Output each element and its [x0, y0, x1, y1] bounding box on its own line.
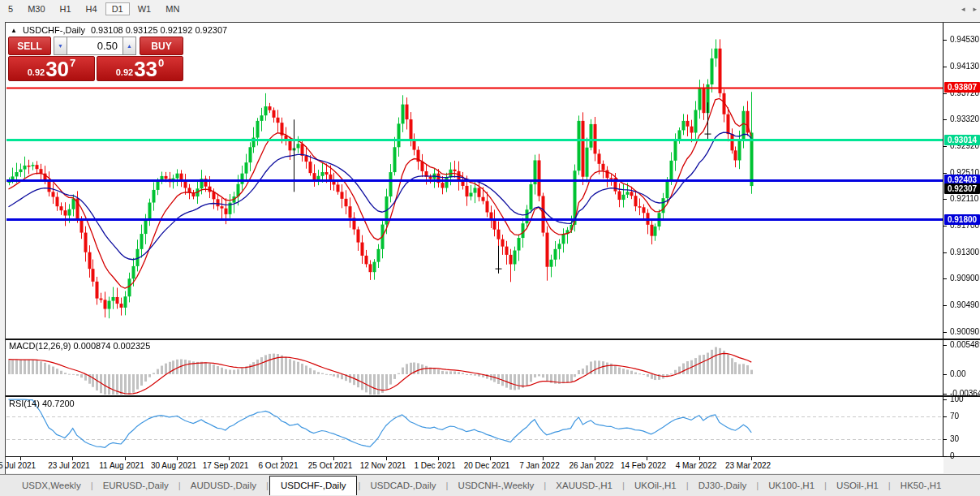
price-line-badge: 0.93807 — [944, 82, 980, 93]
timeframe-button-5[interactable]: 5 — [2, 2, 19, 15]
buy-price-small: 0.92 — [116, 67, 133, 77]
y-axis-tick-label: 0.94530 — [950, 35, 979, 44]
y-axis-tick-label: 0.90490 — [950, 300, 979, 309]
rsi-tick-label: 100 — [950, 395, 964, 403]
chart-tab-usdx-weekly[interactable]: USDX,Weekly — [13, 477, 90, 494]
x-axis-date-label: 17 Sep 2021 — [197, 461, 254, 470]
x-axis-tick-mark — [438, 457, 439, 460]
tab-separator: | — [91, 481, 93, 490]
y-axis-tick-label: 0.94130 — [950, 62, 979, 71]
y-axis-tick-mark — [943, 305, 947, 306]
volume-input[interactable] — [67, 37, 122, 55]
y-axis-tick-mark — [943, 226, 947, 226]
timeframe-button-H4[interactable]: H4 — [80, 2, 104, 15]
macd-tick-label: 0.005489 — [950, 340, 980, 349]
macd-tick-label: 0.00 — [950, 369, 965, 378]
rsi-tick-label: 70 — [950, 412, 959, 421]
price-chart-canvas[interactable] — [6, 24, 943, 456]
x-axis-tick-mark — [595, 457, 595, 460]
chart-tab-dj30-daily[interactable]: DJ30-,Daily — [690, 477, 755, 494]
buy-button[interactable]: BUY — [140, 37, 183, 55]
x-axis-date-label: 5 Jul 2021 — [0, 461, 45, 470]
x-axis-date-label: 7 Jan 2022 — [511, 461, 568, 470]
x-axis-tick-mark — [72, 457, 73, 460]
chart-tab-eurusd-daily[interactable]: EURUSD-,Daily — [94, 477, 178, 494]
x-axis-tick-mark — [282, 457, 282, 460]
macd-separator[interactable] — [6, 339, 980, 340]
rsi-label: RSI(14) 40.7200 — [9, 399, 75, 408]
tab-separator: | — [756, 481, 759, 490]
x-axis-tick-mark — [20, 457, 21, 460]
sell-button[interactable]: SELL — [8, 37, 51, 55]
x-axis-date-label: 14 Feb 2022 — [615, 461, 672, 470]
buy-price-box[interactable]: 0.92 33 0 — [97, 56, 183, 81]
rsi-separator[interactable] — [6, 395, 980, 397]
x-axis-date-label: 4 Mar 2022 — [668, 461, 724, 470]
x-axis-date-label: 6 Oct 2021 — [250, 461, 307, 470]
collapse-icon[interactable]: ▲ — [11, 27, 17, 34]
rsi-tick-mark — [943, 399, 947, 400]
tab-scrollbar: ◂ ▸ — [961, 5, 977, 13]
y-axis-tick-mark — [943, 93, 947, 94]
tab-separator: | — [266, 481, 269, 490]
x-axis-tick-mark — [699, 457, 700, 460]
x-axis-date-label: 25 Oct 2021 — [302, 461, 359, 470]
tab-scroll-right-icon[interactable]: ▸ — [973, 5, 977, 13]
y-axis-tick-mark — [943, 40, 947, 41]
timeframe-button-MN[interactable]: MN — [159, 2, 186, 15]
y-axis-tick-mark — [943, 173, 947, 174]
x-axis-tick-mark — [647, 457, 647, 460]
chart-tab-usdcnh-weekly[interactable]: USDCNH-,Weekly — [449, 477, 544, 494]
price-line-badge: 0.91800 — [944, 214, 980, 225]
chart-tab-hk50-h1[interactable]: HK50-,H1 — [892, 477, 951, 494]
tab-separator: | — [888, 481, 891, 490]
x-axis-date-label: 23 Mar 2022 — [720, 461, 776, 470]
y-axis-tick-label: 0.91300 — [950, 248, 979, 257]
x-axis-date-label: 11 Aug 2021 — [93, 461, 150, 470]
sell-price-sup: 7 — [70, 58, 75, 68]
y-axis-tick-mark — [943, 252, 947, 253]
tab-scroll-left-icon[interactable]: ◂ — [961, 5, 965, 13]
chart-tab-audusd-daily[interactable]: AUDUSD-,Daily — [182, 477, 265, 494]
price-line-badge: 0.93014 — [944, 135, 980, 145]
current-price-badge: 0.92307 — [944, 183, 980, 194]
chart-tab-usoil-h1[interactable]: USOil-,H1 — [827, 477, 888, 494]
x-axis-date-label: 1 Dec 2021 — [406, 461, 463, 470]
ohlc-values: 0.93108 0.93125 0.92192 0.92307 — [91, 25, 227, 35]
x-axis-tick-mark — [333, 457, 334, 460]
timeframe-button-W1[interactable]: W1 — [131, 2, 158, 15]
rsi-tick-label: 0 — [950, 451, 955, 460]
chart-tab-bar: USDX,Weekly|EURUSD-,Daily|AUDUSD-,Daily|… — [0, 474, 980, 496]
chart-tab-usdchf-daily[interactable]: USDCHF-,Daily — [269, 476, 358, 495]
x-axis-tick-mark — [125, 457, 126, 460]
timeframe-button-M30[interactable]: M30 — [21, 2, 51, 15]
macd-label: MACD(12,26,9) 0.000874 0.002325 — [9, 341, 150, 351]
chevron-up-icon: ▲ — [127, 43, 132, 49]
buy-price-sup: 0 — [158, 58, 164, 68]
rsi-tick-mark — [943, 456, 947, 457]
volume-increase-button[interactable]: ▲ — [122, 37, 136, 55]
x-axis-tick-mark — [490, 457, 491, 460]
timeframe-button-H1[interactable]: H1 — [54, 2, 78, 15]
chart-tab-usdcad-daily[interactable]: USDCAD-,Daily — [361, 477, 445, 494]
timeframe-button-D1[interactable]: D1 — [105, 2, 130, 15]
chart-tab-uk100-h1[interactable]: UK100-,H1 — [759, 477, 823, 494]
sell-price-box[interactable]: 0.92 30 7 — [8, 56, 95, 81]
tab-separator: | — [824, 481, 827, 490]
chevron-down-icon: ▼ — [58, 43, 63, 49]
rsi-tick-mark — [943, 416, 947, 417]
date-axis: 5 Jul 202123 Jul 202111 Aug 202130 Aug 2… — [6, 457, 943, 473]
timeframe-toolbar: 5M30H1H4D1W1MN — [0, 0, 980, 17]
sell-price-small: 0.92 — [28, 67, 45, 77]
macd-tick-mark — [943, 394, 947, 395]
x-axis-date-label: 30 Aug 2021 — [145, 461, 202, 470]
chart-tab-ukoil-h1[interactable]: UKOil-,H1 — [625, 477, 686, 494]
volume-decrease-button[interactable]: ▼ — [54, 37, 67, 55]
rsi-tick-mark — [943, 439, 947, 440]
tab-separator: | — [622, 481, 625, 490]
x-axis-tick-mark — [177, 457, 178, 460]
chart-tab-xauusd-h1[interactable]: XAUUSD-,H1 — [547, 477, 621, 494]
x-axis-date-label: 26 Jan 2022 — [563, 461, 620, 470]
price-axis: 0.945300.941300.937200.933200.929200.925… — [943, 23, 980, 474]
tab-separator: | — [446, 481, 449, 490]
